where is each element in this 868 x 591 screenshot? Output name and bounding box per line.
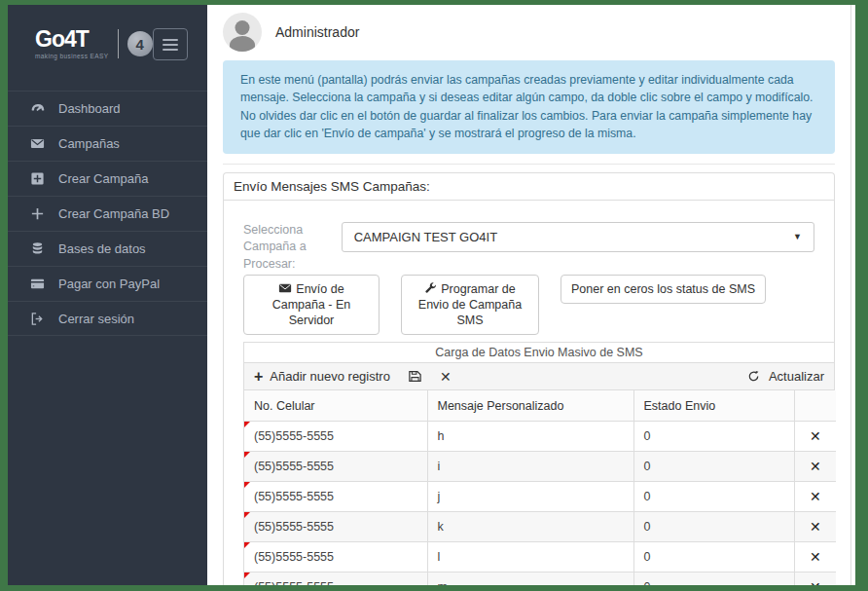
sidebar-item-crear-campana-bd[interactable]: Crear Campaña BD [8, 196, 207, 231]
cell-estado[interactable]: 0 [633, 421, 794, 451]
save-records-button[interactable] [408, 369, 422, 384]
add-record-label: Añadir nuevo registro [270, 369, 390, 384]
sign-out-icon [29, 311, 45, 326]
delete-row-button[interactable]: ✕ [810, 549, 821, 565]
chevron-down-icon: ▼ [793, 232, 802, 241]
cell-mensaje[interactable]: h [427, 421, 633, 451]
schedule-campaign-button[interactable]: Programar de Envio de Campaña SMS [401, 275, 539, 335]
table-row: (55)5555-5555 i 0 ✕ [244, 451, 836, 481]
sidebar-item-label: Cerrar sesión [58, 312, 134, 326]
cell-estado[interactable]: 0 [633, 572, 794, 585]
reset-status-label: Poner en ceros los status de SMS [571, 282, 755, 296]
avatar [223, 13, 262, 52]
column-header-actions [794, 390, 836, 421]
sidebar-nav: Dashboard Campañas Crear Campaña Crear C… [8, 91, 207, 336]
campaign-select[interactable]: CAMPAIGN TEST GO4IT ▼ [342, 222, 814, 252]
floppy-save-icon [408, 369, 422, 384]
action-buttons: Envío de Campaña - En Servidor Programar… [243, 275, 814, 335]
grid-toolbar: + Añadir nuevo registro ✕ Actualizar [244, 362, 834, 390]
panel-title: Envío Mensajes SMS Campañas: [224, 173, 834, 201]
logo-text: Go4T [35, 28, 109, 51]
refresh-label: Actualizar [769, 369, 824, 384]
main-content: Administrador En este menú (pantalla) po… [207, 5, 851, 585]
table-row: (55)5555-5555 k 0 ✕ [244, 511, 836, 541]
reset-status-button[interactable]: Poner en ceros los status de SMS [561, 275, 766, 304]
sidebar-item-label: Crear Campaña BD [58, 206, 169, 221]
app-window: Go4T making business EASY 4 Dashboard [8, 5, 855, 585]
cell-celular[interactable]: (55)5555-5555 [244, 511, 427, 541]
sidebar-item-label: Campañas [58, 136, 120, 151]
cell-celular[interactable]: (55)5555-5555 [244, 421, 427, 451]
table-row: (55)5555-5555 j 0 ✕ [244, 481, 836, 511]
sms-panel: Envío Mensajes SMS Campañas: Selecciona … [223, 172, 835, 585]
cell-estado[interactable]: 0 [633, 541, 794, 572]
column-header-celular[interactable]: No. Celular [244, 390, 427, 421]
table-row: (55)5555-5555 m 0 ✕ [244, 572, 836, 585]
sidebar-item-bases-de-datos[interactable]: Bases de datos [8, 231, 207, 266]
cancel-edit-button[interactable]: ✕ [440, 369, 452, 385]
cell-mensaje[interactable]: l [427, 541, 633, 572]
user-row: Administrador [223, 13, 835, 52]
cell-celular[interactable]: (55)5555-5555 [244, 541, 427, 572]
cell-celular[interactable]: (55)5555-5555 [244, 572, 427, 585]
delete-row-button[interactable]: ✕ [810, 489, 821, 504]
grid-caption: Carga de Datos Envio Masivo de SMS [244, 343, 834, 362]
info-alert: En este menú (pantalla) podrás enviar la… [223, 60, 835, 154]
delete-row-button[interactable]: ✕ [810, 459, 821, 474]
sidebar-item-label: Dashboard [58, 101, 121, 116]
cell-celular[interactable]: (55)5555-5555 [244, 451, 427, 481]
campaign-select-value: CAMPAIGN TEST GO4IT [354, 230, 497, 244]
sidebar-item-campanas[interactable]: Campañas [8, 126, 207, 161]
plus-icon: + [254, 369, 263, 385]
table-row: (55)5555-5555 h 0 ✕ [244, 421, 836, 451]
database-icon [29, 241, 45, 257]
delete-row-button[interactable]: ✕ [810, 428, 821, 444]
send-campaign-button[interactable]: Envío de Campaña - En Servidor [243, 275, 380, 335]
sidebar-toggle-button[interactable] [153, 28, 188, 60]
delete-row-button[interactable]: ✕ [810, 579, 821, 585]
sms-table: No. Celular Mensaje Personalizado Estado… [244, 390, 836, 585]
sidebar: Go4T making business EASY 4 Dashboard [8, 5, 207, 585]
logo-badge-icon: 4 [127, 31, 153, 56]
cell-estado[interactable]: 0 [633, 511, 794, 541]
wrench-icon [424, 282, 437, 295]
logo-tagline: making business EASY [35, 53, 109, 59]
add-record-button[interactable]: + Añadir nuevo registro [254, 369, 390, 385]
delete-row-button[interactable]: ✕ [810, 519, 821, 535]
sms-grid: Carga de Datos Envio Masivo de SMS + Aña… [243, 342, 835, 585]
column-header-estado[interactable]: Estado Envio [633, 390, 794, 421]
refresh-icon [747, 370, 760, 383]
table-header-row: No. Celular Mensaje Personalizado Estado… [244, 390, 836, 421]
hamburger-icon [163, 39, 178, 41]
refresh-button[interactable]: Actualizar [747, 369, 824, 384]
plus-icon [29, 206, 45, 222]
cell-celular[interactable]: (55)5555-5555 [244, 481, 427, 511]
cell-estado[interactable]: 0 [633, 481, 794, 511]
cell-estado[interactable]: 0 [633, 451, 794, 481]
sidebar-item-dashboard[interactable]: Dashboard [8, 91, 207, 126]
column-header-mensaje[interactable]: Mensaje Personalizado [427, 390, 633, 421]
user-name: Administrador [275, 24, 359, 40]
sidebar-item-cerrar-sesion[interactable]: Cerrar sesión [8, 301, 207, 336]
envelope-icon [278, 281, 292, 295]
table-row: (55)5555-5555 l 0 ✕ [244, 541, 836, 572]
campaign-form-row: Selecciona Campaña a Procesar: CAMPAIGN … [243, 222, 814, 274]
credit-card-icon [29, 277, 45, 292]
cell-mensaje[interactable]: k [427, 511, 633, 541]
campaign-select-label: Selecciona Campaña a Procesar: [243, 222, 326, 274]
cell-mensaje[interactable]: i [427, 451, 633, 481]
tachometer-icon [29, 101, 45, 117]
divider [223, 164, 835, 165]
sidebar-item-label: Bases de datos [58, 241, 146, 256]
sidebar-item-label: Crear Campaña [58, 171, 149, 186]
sidebar-header: Go4T making business EASY 4 [8, 5, 207, 87]
sidebar-item-pagar-paypal[interactable]: Pagar con PayPal [8, 266, 207, 301]
sidebar-item-label: Pagar con PayPal [58, 277, 160, 291]
sidebar-item-crear-campana[interactable]: Crear Campaña [8, 161, 207, 196]
cell-mensaje[interactable]: j [427, 481, 633, 511]
plus-square-icon [29, 171, 45, 187]
logo-divider [118, 29, 119, 58]
cell-mensaje[interactable]: m [427, 572, 633, 585]
envelope-icon [29, 136, 45, 152]
